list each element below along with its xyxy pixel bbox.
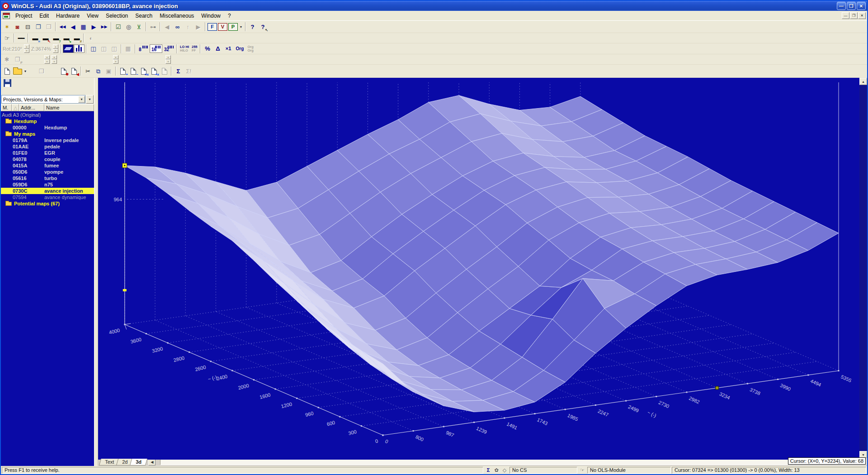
nav-first-button[interactable]: ◀◀ bbox=[57, 22, 68, 32]
show-fixed-button[interactable]: F bbox=[208, 23, 217, 31]
search-preview-button[interactable]: ◎ bbox=[123, 22, 134, 32]
dechex-toggle-button[interactable]: 255FF bbox=[190, 45, 199, 52]
chart-wizard-button[interactable]: ◫ bbox=[88, 44, 99, 53]
checksum-list-button[interactable]: ☑ bbox=[113, 22, 123, 32]
tree-folder[interactable]: Potential maps (67) bbox=[1, 200, 94, 207]
save-icon[interactable] bbox=[4, 79, 11, 87]
window-f-button[interactable]: ❐F bbox=[12, 55, 23, 64]
spinner-d[interactable]: ▲▼ bbox=[165, 55, 171, 64]
nav-last-button[interactable]: ▶▶ bbox=[99, 22, 109, 32]
org-compare-button[interactable]: OrgOrg bbox=[246, 45, 255, 52]
version-eq-button[interactable]: =x bbox=[138, 66, 149, 76]
new-version-button[interactable] bbox=[2, 66, 12, 76]
client-upload-button[interactable]: ↑ bbox=[183, 22, 193, 32]
tree-column-addr[interactable]: Addr... bbox=[19, 104, 44, 111]
client-search-button[interactable]: ∞ bbox=[172, 22, 183, 32]
spinner-a[interactable]: ▲▼ bbox=[44, 55, 50, 64]
zoom-spinner[interactable]: ▲▼ bbox=[53, 44, 58, 53]
chart-edit-button[interactable]: ◫ bbox=[99, 44, 109, 53]
tree-mode-select[interactable]: Projects, Versions & Maps: ▼ bbox=[1, 95, 85, 104]
copy-button[interactable]: ⧉ bbox=[93, 66, 104, 76]
help-button[interactable]: ? bbox=[247, 22, 258, 32]
3d-surface-view[interactable]: 0300600960120016002000240026002800320036… bbox=[98, 78, 867, 458]
menu-hardware[interactable]: Hardware bbox=[52, 12, 83, 20]
import-version-button[interactable]: ◀ bbox=[69, 66, 79, 76]
announce-button[interactable]: ◖ bbox=[85, 33, 96, 43]
tree-options-button[interactable]: ▼ bbox=[86, 95, 94, 104]
close-button[interactable]: ✕ bbox=[857, 2, 866, 10]
rotation-spinner[interactable]: ▲▼ bbox=[24, 44, 29, 53]
menu-window[interactable]: Window bbox=[198, 12, 224, 20]
menu-project[interactable]: Project bbox=[12, 12, 36, 20]
sum-sel-button[interactable]: Σ! bbox=[184, 66, 194, 76]
percent-view-button[interactable]: % bbox=[202, 44, 212, 53]
context-help-button[interactable]: ?↖ bbox=[258, 22, 268, 32]
grid-overlay-button[interactable]: ▦ bbox=[123, 44, 133, 53]
map-from-template-button[interactable]: ✱ bbox=[58, 66, 69, 76]
map-prev-diff-button[interactable]: ▬↖ bbox=[40, 33, 51, 43]
child-window-icon[interactable] bbox=[3, 13, 10, 19]
open-version-button[interactable] bbox=[12, 66, 23, 76]
tree-map-row[interactable]: 0179AInverse pedale bbox=[1, 137, 94, 143]
menu-selection[interactable]: Selection bbox=[102, 12, 132, 20]
show-values-button[interactable]: V bbox=[218, 23, 227, 31]
surface-plot[interactable]: 0300600960120016002000240026002800320036… bbox=[98, 78, 859, 460]
nav-prev-button[interactable]: ◀ bbox=[68, 22, 78, 32]
client-prev-button[interactable]: ◀ bbox=[162, 22, 172, 32]
tree-map-row[interactable]: 01AAEpedale bbox=[1, 143, 94, 150]
tree-map-row[interactable]: 07594avance dynamique bbox=[1, 194, 94, 200]
map-wand-button[interactable]: ✱ bbox=[2, 55, 12, 64]
connect-button[interactable]: ⊶ bbox=[148, 22, 158, 32]
child-close-button[interactable]: ✕ bbox=[858, 12, 866, 19]
open-version-drop-button[interactable]: ▼ bbox=[23, 66, 28, 76]
minimize-button[interactable]: — bbox=[837, 2, 846, 10]
import-tray-button[interactable]: ⊻ bbox=[134, 22, 144, 32]
lohi-toggle-button[interactable]: LO HIHILO bbox=[179, 45, 190, 52]
tile-window-button[interactable]: ❒ bbox=[43, 22, 54, 32]
tree-map-row[interactable]: 0730Cavance injection bbox=[1, 188, 94, 194]
spinner-b[interactable]: ▲▼ bbox=[52, 55, 57, 64]
nav-next-button[interactable]: ▶ bbox=[89, 22, 99, 32]
menu-miscellaneous[interactable]: Miscellaneous bbox=[156, 12, 198, 20]
tree-map-row[interactable]: 0415Afumee bbox=[1, 162, 94, 169]
show-potential-button[interactable]: P bbox=[228, 23, 238, 31]
scroll-up-icon[interactable]: ▲ bbox=[859, 78, 867, 85]
sum-button[interactable]: Σ bbox=[173, 66, 184, 76]
sidebar-splitter[interactable] bbox=[94, 78, 98, 466]
tree-map-row[interactable]: 059D6n75 bbox=[1, 181, 94, 188]
open-hexdump-button[interactable]: ◙ bbox=[12, 22, 23, 32]
combo-arrow-icon[interactable]: ▼ bbox=[78, 96, 85, 103]
chart-delete-button[interactable]: ◫ bbox=[109, 44, 119, 53]
menu-search[interactable]: Search bbox=[132, 12, 156, 20]
cut-button[interactable]: ✂ bbox=[83, 66, 93, 76]
precision-8-button[interactable]: 8 bbox=[137, 44, 150, 53]
precision-16-button[interactable]: 16 bbox=[150, 44, 162, 53]
tree-column-name[interactable]: Name bbox=[44, 104, 94, 111]
delta-view-button[interactable]: Δ bbox=[212, 44, 223, 53]
map-overview-button[interactable]: ▦ bbox=[78, 22, 89, 32]
vertical-scrollbar[interactable]: ▲ ▼ bbox=[859, 78, 867, 458]
tree-column-m[interactable]: M. bbox=[1, 104, 12, 111]
version-remove-button[interactable]: − bbox=[128, 66, 138, 76]
print-button[interactable]: ⊟ bbox=[23, 22, 33, 32]
paste-button[interactable]: ▣ bbox=[104, 66, 114, 76]
acquire-button[interactable]: ❒ bbox=[36, 66, 47, 76]
show-dropdown-button[interactable]: ▼ bbox=[238, 22, 244, 32]
maximize-button[interactable]: ❐ bbox=[847, 2, 856, 10]
tree-map-row[interactable]: 04078couple bbox=[1, 156, 94, 162]
horizontal-scroll-track[interactable] bbox=[160, 459, 866, 465]
view-3d-button[interactable] bbox=[63, 44, 74, 53]
factor-view-button[interactable]: ×1 bbox=[223, 44, 233, 53]
tree-map-row[interactable]: 05616turbo bbox=[1, 175, 94, 181]
map-find-button[interactable]: ▬? bbox=[51, 33, 61, 43]
tree-map-row[interactable]: 050D6vpompe bbox=[1, 169, 94, 175]
version-plus-button[interactable]: +x bbox=[149, 66, 159, 76]
client-next-button[interactable]: ▶ bbox=[193, 22, 203, 32]
map-range-button[interactable]: ▬# bbox=[71, 33, 82, 43]
tree-map-row[interactable]: 00000Hexdump bbox=[1, 124, 94, 131]
menu-view[interactable]: View bbox=[83, 12, 102, 20]
spinner-c[interactable]: ▲▼ bbox=[113, 55, 118, 64]
version-dup-button[interactable] bbox=[159, 66, 170, 76]
precision-32-button[interactable]: 32 bbox=[162, 44, 175, 53]
export-window-button[interactable]: ❐ bbox=[33, 22, 43, 32]
